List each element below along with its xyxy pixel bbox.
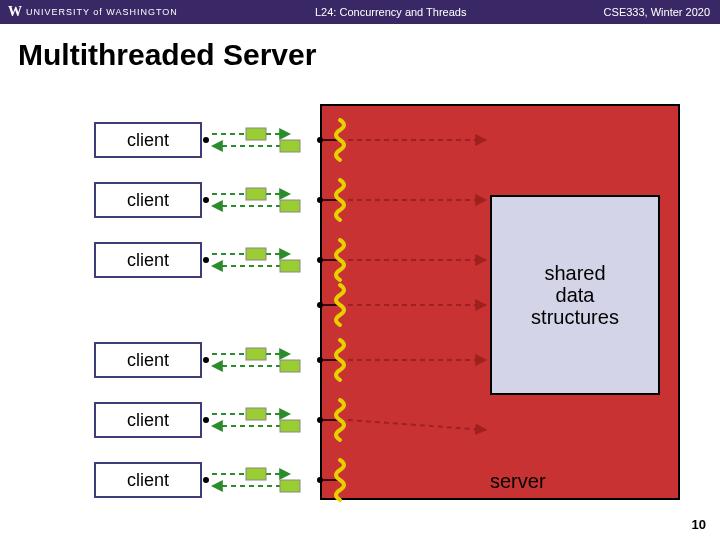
logo-text: UNIVERSITY of WASHINGTON bbox=[26, 7, 178, 17]
page-number: 10 bbox=[692, 517, 706, 532]
svg-point-4 bbox=[203, 137, 209, 143]
svg-rect-45 bbox=[246, 468, 266, 480]
shared-label: data bbox=[556, 284, 595, 306]
svg-point-12 bbox=[203, 197, 209, 203]
diagram: client client client client client clien… bbox=[0, 90, 720, 510]
svg-rect-10 bbox=[246, 188, 266, 200]
client-label: client bbox=[127, 350, 169, 371]
shared-label: shared bbox=[544, 262, 605, 284]
svg-point-20 bbox=[203, 257, 209, 263]
page-title: Multithreaded Server bbox=[0, 24, 720, 80]
client-box: client bbox=[94, 242, 202, 278]
client-box: client bbox=[94, 402, 202, 438]
lecture-title: L24: Concurrency and Threads bbox=[178, 6, 604, 18]
svg-rect-38 bbox=[280, 420, 300, 432]
server-label: server bbox=[490, 470, 546, 493]
header-bar: W UNIVERSITY of WASHINGTON L24: Concurre… bbox=[0, 0, 720, 24]
client-label: client bbox=[127, 250, 169, 271]
client-box: client bbox=[94, 122, 202, 158]
svg-rect-29 bbox=[246, 348, 266, 360]
shared-label: structures bbox=[531, 306, 619, 328]
shared-data-box: shared data structures bbox=[490, 195, 660, 395]
course-term: CSE333, Winter 2020 bbox=[604, 6, 720, 18]
client-label: client bbox=[127, 470, 169, 491]
svg-point-31 bbox=[203, 357, 209, 363]
svg-rect-19 bbox=[280, 260, 300, 272]
svg-rect-46 bbox=[280, 480, 300, 492]
client-box: client bbox=[94, 462, 202, 498]
logo-w-icon: W bbox=[8, 4, 22, 20]
svg-point-47 bbox=[203, 477, 209, 483]
client-label: client bbox=[127, 190, 169, 211]
client-label: client bbox=[127, 410, 169, 431]
client-label: client bbox=[127, 130, 169, 151]
svg-rect-3 bbox=[280, 140, 300, 152]
client-box: client bbox=[94, 182, 202, 218]
client-box: client bbox=[94, 342, 202, 378]
svg-rect-11 bbox=[280, 200, 300, 212]
svg-rect-37 bbox=[246, 408, 266, 420]
svg-rect-18 bbox=[246, 248, 266, 260]
svg-rect-30 bbox=[280, 360, 300, 372]
svg-point-39 bbox=[203, 417, 209, 423]
svg-rect-2 bbox=[246, 128, 266, 140]
uw-logo: W UNIVERSITY of WASHINGTON bbox=[0, 4, 178, 20]
